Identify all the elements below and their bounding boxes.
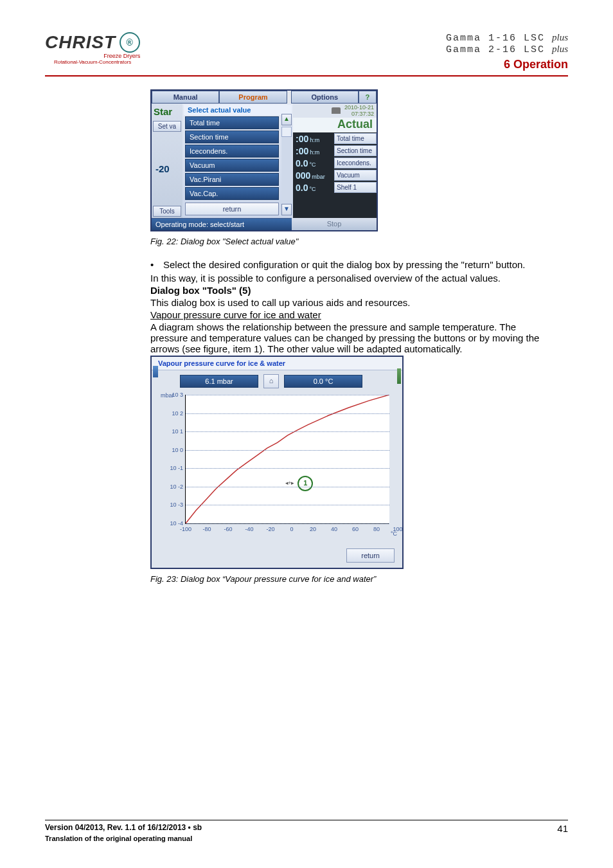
gridline-h — [186, 431, 389, 432]
paragraph-vapour: A diagram shows the relationship between… — [150, 321, 555, 354]
label-set-value[interactable]: Set va — [153, 121, 181, 132]
logo-text: CHRIST — [45, 32, 116, 53]
menu-title: Select actual value — [184, 105, 292, 115]
val-icecondens: 0.0 — [296, 158, 308, 168]
figure-22-caption: Fig. 22: Dialog box "Select actual value… — [150, 237, 555, 246]
menu-item-vacuum[interactable]: Vacuum — [185, 159, 279, 172]
subheading-vapour: Vapour pressure curve for ice and water — [150, 309, 555, 320]
tab-program[interactable]: Program — [219, 91, 287, 104]
menu-return-button[interactable]: return — [185, 203, 279, 215]
status-date: 2010-10-21 — [344, 104, 374, 111]
logo-swirl-icon: ® — [120, 32, 140, 53]
y-tick: 10 3 — [166, 392, 183, 398]
printer-icon — [332, 107, 341, 114]
menu-item-section-time[interactable]: Section time — [185, 131, 279, 143]
tab-options[interactable]: Options — [291, 91, 359, 104]
x-tick: -60 — [224, 526, 232, 532]
section-heading: 6 Operation — [446, 58, 568, 71]
scroll-down-icon[interactable]: ▼ — [281, 204, 292, 215]
x-tick: -80 — [202, 526, 211, 532]
menu-item-total-time[interactable]: Total time — [185, 116, 279, 129]
x-tick: 60 — [352, 526, 359, 532]
footer-translation: Translation of the original operating ma… — [45, 835, 202, 842]
x-tick: 0 — [290, 526, 293, 532]
lbl-icecondens[interactable]: Icecondens. — [334, 158, 377, 168]
x-tick: 40 — [331, 526, 337, 532]
menu-item-vac-cap[interactable]: Vac.Cap. — [185, 187, 279, 200]
gridline-h — [186, 468, 389, 469]
dialog2-title: Vapour pressure curve for ice & water — [152, 357, 402, 370]
pressure-value-button[interactable]: 6.1 mbar — [180, 375, 258, 388]
tab-help[interactable]: ? — [359, 91, 377, 104]
model-line-1: Gamma 1-16 LSC plus — [446, 32, 568, 44]
dialog-select-actual-value: Manual Program Options ? Star Set va -20… — [150, 89, 378, 231]
y-tick: 10 1 — [166, 428, 183, 435]
scrollbar-track[interactable] — [281, 127, 292, 203]
scroll-up-icon[interactable]: ▲ — [281, 114, 292, 125]
gridline-h — [186, 395, 389, 395]
vapour-pressure-chart: ◂+▸ 1 10 310 210 110 010 -110 -210 -310 … — [185, 395, 389, 524]
crosshair-marker[interactable]: ◂+▸ — [285, 480, 293, 486]
logo-subtitle-1: Freeze Dryers — [45, 53, 140, 59]
x-tick: -20 — [266, 526, 274, 532]
footer-mode-label[interactable]: Operating mode: select/start — [152, 218, 292, 230]
left-edge-strip — [153, 366, 158, 377]
lbl-shelf1[interactable]: Shelf 1 — [334, 182, 377, 193]
logo-subtitle-2: Rotational-Vacuum-Concentrators — [45, 59, 140, 65]
figure-23-caption: Fig. 23: Dialog box “Vapour pressure cur… — [150, 574, 555, 584]
gridline-h — [186, 505, 389, 505]
y-tick: 10 2 — [166, 410, 183, 417]
val-vacuum: 000 — [296, 170, 310, 181]
footer-stop-button[interactable]: Stop — [292, 218, 377, 230]
paragraph-tools: This dialog box is used to call up vario… — [150, 297, 555, 308]
menu-item-vac-pirani[interactable]: Vac.Pirani — [185, 173, 279, 186]
status-time: 07:37:32 — [344, 111, 374, 117]
gridline-h — [186, 450, 389, 451]
label-neg20: -20 — [152, 161, 182, 177]
dialog2-return-button[interactable]: return — [346, 548, 395, 563]
tools-button[interactable]: Tools — [153, 206, 181, 217]
lbl-total-time[interactable]: Total time — [334, 133, 377, 144]
header-rule — [45, 75, 568, 77]
footer-rule — [45, 820, 568, 820]
gridline-h — [186, 487, 389, 487]
bullet-text: Select the desired configuration or quit… — [163, 259, 526, 270]
chart-curve — [186, 395, 389, 523]
home-icon[interactable]: ⌂ — [263, 374, 279, 388]
tab-manual[interactable]: Manual — [152, 91, 219, 104]
y-tick: 10 -2 — [166, 484, 183, 490]
lbl-section-time[interactable]: Section time — [334, 145, 377, 156]
y-tick: 10 0 — [166, 447, 183, 453]
temperature-value-button[interactable]: 0.0 °C — [284, 375, 362, 388]
x-tick: 20 — [310, 526, 316, 532]
y-tick: 10 -3 — [166, 502, 183, 508]
page-number: 41 — [557, 823, 568, 842]
model-line-2: Gamma 2-16 LSC plus — [446, 44, 568, 55]
y-tick: 10 -1 — [166, 465, 183, 471]
x-tick: -40 — [245, 526, 253, 532]
label-star: Star — [152, 104, 182, 120]
val-total-time: :00 — [296, 134, 308, 144]
heading-tools: Dialog box "Tools" (5) — [150, 285, 555, 296]
brand-logo: CHRIST ® Freeze Dryers Rotational-Vacuum… — [45, 32, 140, 65]
x-axis-unit: °C — [391, 530, 397, 537]
lbl-vacuum[interactable]: Vacuum — [334, 170, 377, 181]
x-tick: -100 — [180, 526, 191, 532]
bullet-icon: • — [150, 259, 163, 270]
gridline-h — [186, 523, 389, 524]
actual-label: Actual — [293, 118, 377, 132]
x-tick: 80 — [373, 526, 380, 532]
paragraph-overview: In this way, it is possible to configure… — [150, 273, 555, 284]
gridline-h — [186, 413, 389, 414]
footer-version: Version 04/2013, Rev. 1.1 of 16/12/2013 … — [45, 823, 202, 832]
val-shelf1: 0.0 — [296, 183, 308, 193]
val-section-time: :00 — [296, 146, 308, 156]
dialog-vapour-pressure: Vapour pressure curve for ice & water 6.… — [150, 356, 404, 569]
right-edge-strip — [397, 368, 401, 384]
menu-item-icecondens[interactable]: Icecondens. — [185, 145, 279, 158]
